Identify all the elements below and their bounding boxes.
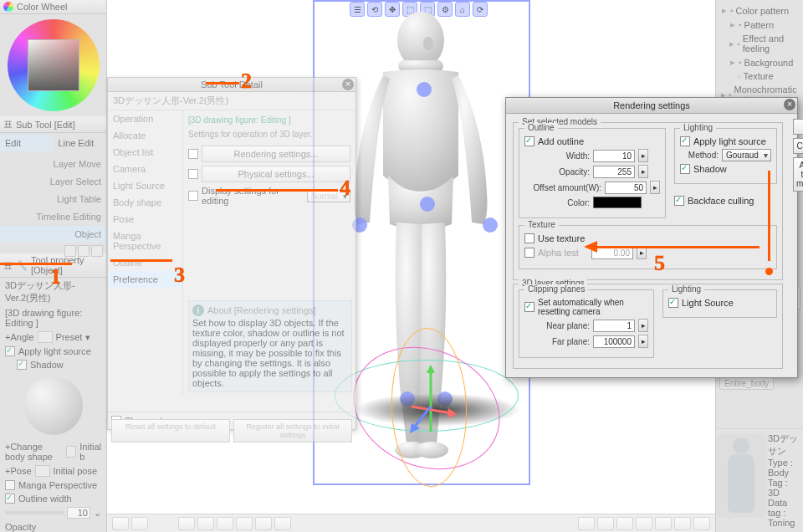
stepper-icon[interactable]: ▸	[638, 335, 648, 348]
alpha-test-check[interactable]	[524, 248, 534, 258]
palette-titlebar[interactable]: Sub Tool Detail ×	[108, 78, 355, 92]
tree-item[interactable]: ▸▪ Effect and feeling	[716, 32, 803, 55]
tp-angle-row[interactable]: +Angle Preset▾	[0, 330, 106, 345]
outline-color-swatch[interactable]	[593, 197, 642, 208]
subtool-item[interactable]: Timeline Editing	[0, 208, 106, 226]
subtool-edit[interactable]: Edit	[0, 135, 54, 152]
label: Set automatically when resetting camera	[538, 298, 648, 316]
use-texture-check[interactable]	[524, 233, 534, 243]
outline-width-check[interactable]	[5, 494, 15, 504]
register-initial-button[interactable]: Register all settings to initial setting…	[233, 419, 352, 442]
bbtn-icon[interactable]	[236, 517, 253, 530]
display-settings-check[interactable]	[188, 191, 198, 201]
stepper-icon[interactable]: ▸	[638, 149, 648, 162]
physical-settings-check[interactable]	[188, 169, 198, 179]
std-cat-lightsource[interactable]: Light Source	[108, 177, 182, 194]
material-thumbnail[interactable]	[716, 434, 766, 518]
stepper-icon[interactable]: ▸	[650, 181, 660, 194]
bbtn-icon[interactable]	[131, 517, 148, 530]
chevron-down-icon[interactable]: ⌄	[94, 508, 101, 519]
std-cat-mangapersp[interactable]: Manga Perspective	[108, 228, 182, 254]
cancel-button[interactable]: Cancel	[793, 138, 803, 154]
subtool-item[interactable]: Light Table	[0, 191, 106, 208]
stepper-icon[interactable]: ▸	[638, 319, 648, 332]
tree-item[interactable]: ▸▪ Background	[716, 55, 803, 69]
stepper-icon[interactable]: ▸	[638, 165, 648, 178]
bbtn-icon[interactable]	[693, 517, 710, 530]
std-cat-pose[interactable]: Pose	[108, 211, 182, 228]
apply-to-all-button[interactable]: Apply to all models	[793, 157, 803, 192]
display-mode-select[interactable]: Normal	[307, 190, 350, 202]
ok-button[interactable]: OK	[793, 119, 803, 135]
std-cat-allocate[interactable]: Allocate	[108, 127, 182, 144]
add-outline-check[interactable]	[524, 136, 534, 146]
shadow-check[interactable]	[680, 164, 690, 174]
gizmo-arrows[interactable]	[402, 365, 460, 440]
bbtn-icon[interactable]	[636, 517, 652, 530]
toggle-icon: 표	[3, 259, 13, 272]
std-cat-camera[interactable]: Camera	[108, 161, 182, 177]
bbtn-icon[interactable]	[197, 517, 214, 530]
subtool-item[interactable]: Layer Select	[0, 173, 106, 191]
render-settings-check[interactable]	[188, 149, 198, 159]
std-cat-bodyshape[interactable]: Body shape	[108, 194, 182, 211]
std-cat-objectlist[interactable]: Object list	[108, 144, 182, 161]
shadow-check[interactable]	[17, 360, 27, 370]
light-method-select[interactable]: Gouraud	[722, 149, 771, 161]
color-wheel[interactable]	[8, 19, 100, 111]
bbtn-icon[interactable]	[112, 517, 129, 530]
outline-offset-input[interactable]	[605, 182, 647, 194]
rendering-settings-button[interactable]: Rendering settings...	[202, 146, 350, 162]
label[interactable]: +Change body shape	[5, 442, 63, 462]
bbtn-icon[interactable]	[274, 517, 291, 530]
std-cat-outline[interactable]: Outline	[108, 254, 182, 271]
subtool-panel-title[interactable]: 표 Sub Tool [Edit]	[0, 116, 106, 133]
bbtn-icon[interactable]	[578, 517, 595, 530]
near-plane-input[interactable]	[593, 320, 635, 332]
bbtn-icon[interactable]	[178, 517, 195, 530]
bbtn-icon[interactable]	[597, 517, 614, 530]
tree-item[interactable]: ▫ Texture	[716, 69, 803, 83]
material-tag[interactable]: Entire_body	[719, 377, 774, 390]
subtool-line-edit[interactable]: Line Edit	[54, 135, 107, 152]
rendering-settings-dialog[interactable]: Rendering settings × Set selected models…	[505, 97, 798, 378]
color-square[interactable]	[28, 39, 79, 91]
backface-culling-check[interactable]	[674, 196, 684, 206]
outline-opacity-input[interactable]	[593, 166, 635, 178]
bbtn-icon[interactable]	[217, 517, 233, 530]
tool-property-panel-title[interactable]: 표 🔧 Tool property [Object]	[0, 253, 106, 278]
subtool-item[interactable]: Layer Move	[0, 156, 106, 173]
auto-reset-check[interactable]	[524, 302, 534, 312]
close-icon[interactable]: ×	[784, 99, 795, 110]
physical-settings-button[interactable]: Physical settings...	[202, 166, 350, 182]
bbtn-icon[interactable]	[674, 517, 691, 530]
label[interactable]: +Pose	[5, 466, 32, 476]
sub-tool-detail-palette[interactable]: Sub Tool Detail × 3Dデッサン人形-Ver.2(男性) Ope…	[107, 77, 356, 430]
outline-width-value[interactable]: 10	[67, 507, 90, 519]
far-plane-input[interactable]	[593, 335, 635, 348]
bbtn-icon[interactable]	[616, 517, 633, 530]
subtool-item-object[interactable]: Object	[0, 226, 106, 243]
detail-line: Type : Body	[768, 458, 801, 478]
tree-item[interactable]: ▸▪ Color pattern	[716, 3, 803, 18]
outline-width-input[interactable]	[593, 150, 635, 162]
bbtn-icon[interactable]	[655, 517, 672, 530]
joint-neck[interactable]	[417, 82, 432, 97]
std-cat-operation[interactable]: Operation	[108, 110, 182, 127]
bbtn-icon[interactable]	[255, 517, 272, 530]
apply-light-check[interactable]	[5, 346, 15, 356]
tree-item[interactable]: ▸▪ Pattern	[716, 18, 803, 32]
light-sphere-preview[interactable]	[24, 376, 83, 435]
joint-pelvis[interactable]	[420, 197, 435, 212]
alpha-test-input[interactable]	[591, 247, 633, 259]
close-icon[interactable]: ×	[342, 79, 354, 90]
manga-persp-check[interactable]	[5, 480, 15, 490]
apply-light-check[interactable]	[680, 136, 690, 146]
color-wheel-panel-title[interactable]: Color Wheel	[0, 0, 106, 14]
reset-defaults-button[interactable]: Reset all settings to default	[111, 419, 230, 442]
stepper-icon[interactable]: ▸	[637, 246, 647, 259]
light-source-check[interactable]	[668, 298, 678, 308]
dialog-titlebar[interactable]: Rendering settings ×	[506, 98, 797, 114]
std-cat-preference[interactable]: Preference	[108, 271, 182, 288]
joint-hand-r[interactable]	[483, 217, 498, 233]
